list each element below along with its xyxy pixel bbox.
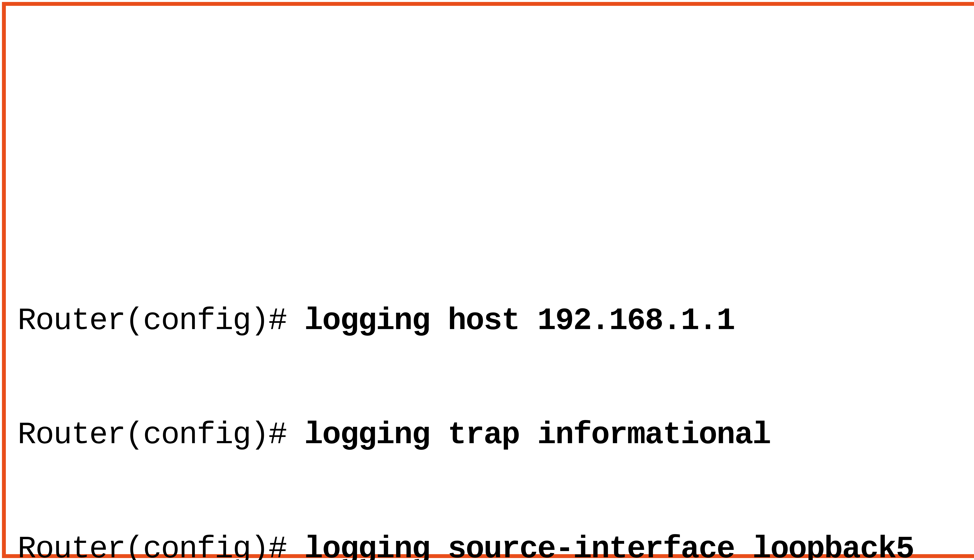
terminal-output: Router(config)# logging host 192.168.1.1… xyxy=(18,226,914,560)
terminal-line: Router(config)# logging trap information… xyxy=(18,416,914,454)
terminal-command: logging host 192.168.1.1 xyxy=(304,303,734,338)
terminal-line: Router(config)# logging host 192.168.1.1 xyxy=(18,302,914,340)
terminal-line: Router(config)# logging source-interface… xyxy=(18,530,914,560)
terminal-prompt: Router(config)# xyxy=(18,417,304,453)
terminal-prompt: Router(config)# xyxy=(18,532,304,560)
terminal-prompt: Router(config)# xyxy=(18,303,304,338)
terminal-command: logging trap informational xyxy=(304,417,770,453)
terminal-command: logging source-interface loopback5 xyxy=(304,532,914,560)
framed-container: P I V I T Router(config)# logging host 1… xyxy=(2,2,974,558)
